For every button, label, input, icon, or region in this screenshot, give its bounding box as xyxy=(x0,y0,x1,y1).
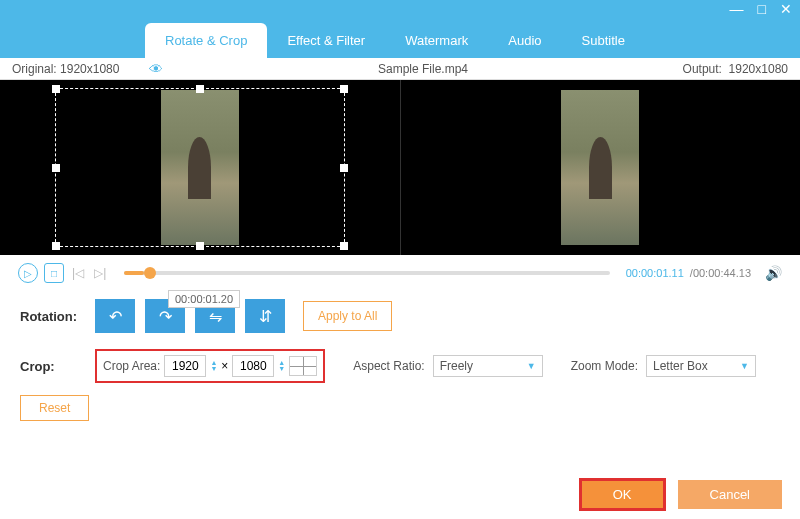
minimize-button[interactable]: — xyxy=(730,1,744,17)
crop-area-label: Crop Area: xyxy=(103,359,160,373)
flip-vertical-button[interactable]: ⇵ xyxy=(245,299,285,333)
chevron-down-icon: ▼ xyxy=(527,361,536,371)
crop-handle-mr[interactable] xyxy=(340,164,348,172)
reset-button[interactable]: Reset xyxy=(20,395,89,421)
crop-handle-tm[interactable] xyxy=(196,85,204,93)
apply-to-all-button[interactable]: Apply to All xyxy=(303,301,392,331)
chevron-down-icon: ▼ xyxy=(740,361,749,371)
output-label: Output: xyxy=(683,62,722,76)
zoom-mode-select[interactable]: Letter Box ▼ xyxy=(646,355,756,377)
height-spinner[interactable]: ▲▼ xyxy=(278,360,285,372)
original-resolution: 1920x1080 xyxy=(60,62,119,76)
tab-audio[interactable]: Audio xyxy=(488,23,561,58)
crop-handle-bl[interactable] xyxy=(52,242,60,250)
preview-area xyxy=(0,80,800,255)
crop-width-input[interactable] xyxy=(164,355,206,377)
tab-rotate-crop[interactable]: Rotate & Crop xyxy=(145,23,267,58)
zoom-mode-label: Zoom Mode: xyxy=(571,359,638,373)
titlebar: — □ ✕ xyxy=(0,0,800,18)
play-button[interactable]: ▷ xyxy=(18,263,38,283)
tab-watermark[interactable]: Watermark xyxy=(385,23,488,58)
cancel-button[interactable]: Cancel xyxy=(678,480,782,509)
maximize-button[interactable]: □ xyxy=(758,1,766,17)
crop-position-tool[interactable] xyxy=(289,356,317,376)
timeline-fill xyxy=(124,271,143,275)
timeline-marker: 00:00:01.20 xyxy=(168,290,240,308)
original-preview[interactable] xyxy=(0,80,400,255)
zoom-mode-value: Letter Box xyxy=(653,359,708,373)
close-button[interactable]: ✕ xyxy=(780,1,792,17)
next-frame-button[interactable]: ▷| xyxy=(92,266,108,280)
current-time: 00:00:01.11 xyxy=(626,267,684,279)
crop-handle-ml[interactable] xyxy=(52,164,60,172)
crop-frame[interactable] xyxy=(55,88,345,247)
crop-handle-br[interactable] xyxy=(340,242,348,250)
original-label: Original: xyxy=(12,62,57,76)
stop-button[interactable]: □ xyxy=(44,263,64,283)
crop-section: Crop: Crop Area: ▲▼ × ▲▼ Aspect Ratio: F… xyxy=(0,341,800,391)
crop-handle-bm[interactable] xyxy=(196,242,204,250)
file-name: Sample File.mp4 xyxy=(378,62,468,76)
width-spinner[interactable]: ▲▼ xyxy=(210,360,217,372)
crop-handle-tr[interactable] xyxy=(340,85,348,93)
timeline-slider[interactable] xyxy=(124,271,609,275)
footer-buttons: OK Cancel xyxy=(581,480,782,509)
aspect-ratio-select[interactable]: Freely ▼ xyxy=(433,355,543,377)
output-resolution: 1920x1080 xyxy=(729,62,788,76)
crop-area-highlight: Crop Area: ▲▼ × ▲▼ xyxy=(95,349,325,383)
multiply-sign: × xyxy=(221,359,228,373)
output-preview xyxy=(400,80,801,255)
ok-button[interactable]: OK xyxy=(581,480,664,509)
tab-subtitle[interactable]: Subtitle xyxy=(562,23,645,58)
info-bar: Original: 1920x1080 👁 Sample File.mp4 Ou… xyxy=(0,58,800,80)
crop-handle-tl[interactable] xyxy=(52,85,60,93)
crop-height-input[interactable] xyxy=(232,355,274,377)
playback-controls: ▷ □ |◁ ▷| 00:00:01.11 /00:00:44.13 🔊 xyxy=(0,255,800,291)
rotate-ccw-button[interactable]: ↶ xyxy=(95,299,135,333)
rotation-label: Rotation: xyxy=(20,309,85,324)
tab-effect-filter[interactable]: Effect & Filter xyxy=(267,23,385,58)
tab-bar: Rotate & Crop Effect & Filter Watermark … xyxy=(0,18,800,58)
eye-icon[interactable]: 👁 xyxy=(149,61,163,77)
speaker-icon[interactable]: 🔊 xyxy=(765,265,782,281)
timeline-knob[interactable] xyxy=(144,267,156,279)
aspect-ratio-label: Aspect Ratio: xyxy=(353,359,424,373)
video-thumbnail-right xyxy=(561,90,639,245)
aspect-ratio-value: Freely xyxy=(440,359,473,373)
prev-frame-button[interactable]: |◁ xyxy=(70,266,86,280)
total-time: /00:00:44.13 xyxy=(690,267,751,279)
rotation-section: Rotation: ↶ ↷ ⇋ ⇵ Apply to All xyxy=(0,291,800,341)
crop-label: Crop: xyxy=(20,359,85,374)
